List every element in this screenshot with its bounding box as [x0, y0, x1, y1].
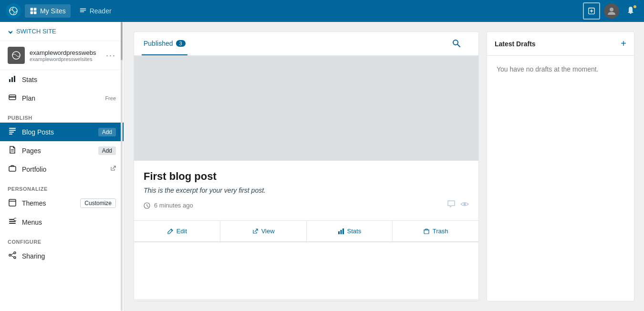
- svg-rect-2: [34, 8, 37, 11]
- menus-icon: [8, 218, 17, 227]
- svg-rect-16: [9, 128, 16, 129]
- notification-badge: [633, 4, 637, 9]
- svg-rect-6: [80, 10, 86, 11]
- sidebar-item-portfolio[interactable]: Portfolio: [0, 160, 124, 178]
- svg-point-31: [14, 257, 16, 259]
- post-excerpt: This is the excerpt for your very first …: [144, 187, 469, 194]
- drafts-empty-message: You have no drafts at the moment.: [487, 56, 634, 83]
- svg-point-30: [9, 254, 11, 256]
- sidebar-item-themes[interactable]: Themes Customize: [0, 194, 124, 213]
- user-avatar[interactable]: [604, 3, 619, 19]
- post-image: [134, 56, 478, 161]
- svg-rect-24: [9, 201, 16, 202]
- svg-rect-20: [11, 149, 14, 150]
- svg-line-35: [457, 44, 460, 47]
- content-area: Published 3 First blog post This is the …: [124, 22, 644, 311]
- site-info: examplewordpresswebs examplewordpresswel…: [0, 41, 124, 70]
- drafts-panel: Latest Drafts + You have no drafts at th…: [487, 31, 634, 301]
- reader-button[interactable]: Reader: [74, 4, 116, 18]
- svg-point-9: [610, 8, 613, 11]
- svg-rect-3: [31, 11, 33, 14]
- svg-rect-38: [338, 231, 340, 234]
- sidebar-item-pages[interactable]: Pages Add: [0, 141, 124, 160]
- my-sites-button[interactable]: My Sites: [25, 4, 71, 18]
- external-link-icon: [110, 166, 116, 173]
- site-text: examplewordpresswebs examplewordpresswel…: [30, 49, 101, 62]
- trash-button[interactable]: Trash: [393, 221, 478, 241]
- svg-rect-7: [80, 11, 84, 12]
- sidebar-item-sharing[interactable]: Sharing: [0, 247, 124, 265]
- svg-rect-1: [31, 8, 33, 11]
- post-time-ago: 6 minutes ago: [154, 202, 193, 209]
- sharing-icon: [8, 251, 17, 260]
- comment-icon[interactable]: [447, 200, 456, 211]
- drafts-add-button[interactable]: +: [621, 38, 626, 49]
- wordpress-logo[interactable]: [6, 3, 21, 19]
- post-title: First blog post: [144, 170, 469, 183]
- publish-section-label: Publish: [0, 107, 124, 123]
- svg-point-29: [14, 252, 16, 254]
- svg-rect-23: [9, 199, 16, 206]
- posts-tabs: Published 3: [134, 32, 478, 56]
- post-meta: 6 minutes ago: [144, 200, 469, 211]
- posts-list: First blog post This is the excerpt for …: [134, 56, 478, 301]
- post-meta-icons: [447, 200, 469, 211]
- svg-line-32: [11, 253, 14, 255]
- sidebar-item-menus[interactable]: Menus: [0, 213, 124, 231]
- svg-point-37: [464, 203, 466, 206]
- post-actions: Edit View: [134, 220, 478, 241]
- layout: SWITCH SITE examplewordpresswebs example…: [0, 0, 644, 311]
- stats-icon: [8, 75, 17, 84]
- svg-rect-19: [9, 134, 12, 135]
- svg-rect-5: [80, 8, 86, 9]
- notifications-button[interactable]: [623, 3, 638, 19]
- switch-site-button[interactable]: SWITCH SITE: [0, 22, 124, 41]
- site-options-button[interactable]: ···: [106, 51, 116, 61]
- svg-rect-21: [11, 151, 14, 151]
- view-icon[interactable]: [460, 200, 469, 211]
- svg-line-33: [11, 256, 14, 257]
- svg-rect-11: [9, 79, 10, 82]
- pages-add-button[interactable]: Add: [98, 146, 116, 155]
- pages-icon: [8, 146, 17, 155]
- svg-rect-17: [9, 130, 16, 131]
- view-button[interactable]: View: [220, 221, 307, 241]
- svg-rect-18: [9, 132, 14, 133]
- drafts-title: Latest Drafts: [495, 40, 621, 48]
- svg-rect-39: [340, 230, 342, 234]
- blog-posts-icon: [8, 127, 17, 136]
- blog-posts-add-button[interactable]: Add: [98, 128, 116, 136]
- svg-rect-41: [424, 230, 429, 234]
- themes-customize-button[interactable]: Customize: [80, 198, 116, 208]
- tab-search[interactable]: [450, 32, 463, 55]
- sidebar: SWITCH SITE examplewordpresswebs example…: [0, 22, 124, 311]
- svg-rect-40: [343, 228, 344, 234]
- stats-button[interactable]: Stats: [307, 221, 393, 241]
- plan-icon: [8, 93, 17, 103]
- site-name: examplewordpresswebs: [30, 49, 101, 56]
- posts-panel: Published 3 First blog post This is the …: [134, 31, 479, 301]
- site-url: examplewordpresswelsites: [30, 56, 101, 62]
- portfolio-icon: [8, 165, 17, 174]
- svg-point-28: [14, 218, 16, 221]
- svg-rect-4: [34, 11, 37, 14]
- themes-icon: [8, 199, 17, 208]
- sidebar-item-blog-posts[interactable]: Blog Posts Add: [0, 123, 124, 141]
- svg-rect-22: [9, 166, 16, 171]
- new-post-button[interactable]: [583, 2, 600, 20]
- sidebar-item-plan[interactable]: Plan Free: [0, 89, 124, 107]
- drafts-header: Latest Drafts +: [487, 32, 634, 56]
- svg-rect-12: [11, 77, 13, 82]
- post-body: First blog post This is the excerpt for …: [134, 161, 478, 220]
- personalize-section-label: Personalize: [0, 178, 124, 194]
- tab-published[interactable]: Published 3: [142, 32, 187, 55]
- configure-section-label: Configure: [0, 231, 124, 247]
- svg-rect-27: [9, 223, 16, 224]
- svg-rect-15: [9, 96, 16, 98]
- sidebar-item-stats[interactable]: Stats: [0, 70, 124, 89]
- topbar: My Sites Reader: [0, 0, 644, 22]
- post-card-placeholder: [134, 242, 478, 299]
- site-icon: [8, 47, 25, 64]
- edit-button[interactable]: Edit: [134, 221, 220, 241]
- post-card: First blog post This is the excerpt for …: [134, 56, 478, 242]
